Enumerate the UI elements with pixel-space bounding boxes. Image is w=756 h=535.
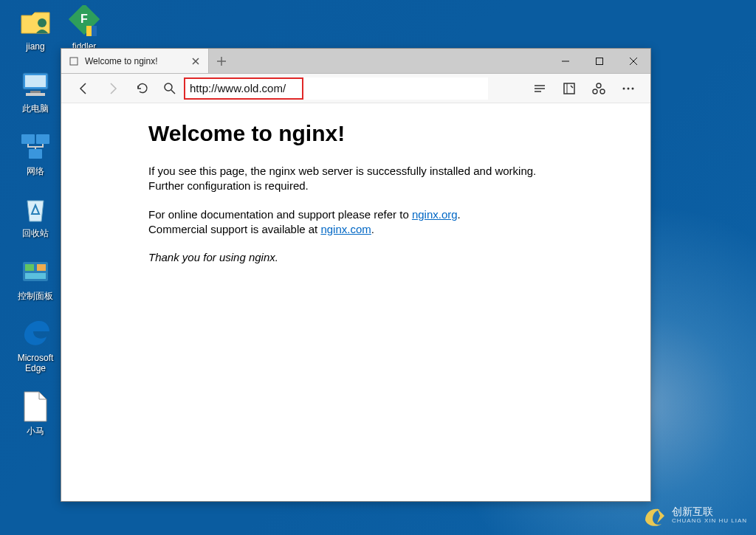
edge-browser-window: Welcome to nginx!	[61, 48, 651, 502]
desktop-icon-network[interactable]: 网络	[6, 129, 65, 176]
address-bar-extension[interactable]	[303, 77, 488, 100]
svg-point-23	[632, 87, 634, 89]
address-bar[interactable]	[190, 82, 298, 94]
svg-rect-5	[21, 134, 35, 144]
browser-tab[interactable]: Welcome to nginx!	[61, 49, 209, 73]
watermark-subtext: CHUANG XIN HU LIAN	[672, 517, 747, 524]
page-paragraph-2: For online documentation and support ple…	[148, 207, 563, 238]
desktop-icon-fiddler[interactable]: F fiddler	[66, 4, 102, 52]
nginx-com-link[interactable]: nginx.com	[320, 223, 371, 235]
desktop-icon-control-panel[interactable]: 控制面板	[6, 254, 65, 301]
svg-point-21	[623, 87, 625, 89]
desktop-icon-user-folder[interactable]: jiang	[6, 4, 65, 52]
svg-rect-9	[25, 264, 34, 271]
desktop-icon-label: 回收站	[22, 228, 49, 238]
watermark-text: 创新互联	[672, 506, 747, 517]
search-icon[interactable]	[157, 76, 182, 101]
recycle-bin-icon	[18, 191, 53, 227]
svg-rect-6	[36, 134, 49, 144]
user-folder-icon	[18, 4, 53, 40]
desktop-icon-this-pc[interactable]: 此电脑	[6, 66, 65, 114]
desktop-icon-label: Microsoft Edge	[7, 353, 63, 374]
desktop-icon-label: 控制面板	[18, 291, 53, 301]
back-button[interactable]	[69, 76, 98, 101]
notes-icon[interactable]	[554, 76, 584, 101]
browser-toolbar	[61, 74, 650, 103]
fiddler-app-icon: F	[66, 4, 102, 40]
page-paragraph-1: If you see this page, the nginx web serv…	[148, 164, 563, 194]
svg-rect-15	[597, 58, 603, 64]
maximize-button[interactable]	[583, 49, 616, 73]
svg-text:F: F	[80, 13, 88, 25]
svg-point-18	[597, 83, 601, 88]
page-content: Welcome to nginx! If you see this page, …	[61, 103, 650, 501]
desktop-icon-label: 网络	[27, 166, 44, 176]
forward-button[interactable]	[98, 76, 128, 101]
refresh-button[interactable]	[128, 76, 157, 101]
desktop-icon-edge[interactable]: Microsoft Edge	[6, 316, 65, 374]
svg-point-20	[600, 89, 605, 94]
desktop-icons-column: jiang 此电脑 网络 回收站 控制面板 Microsoft Edge 小	[6, 4, 65, 436]
tab-title: Welcome to nginx!	[85, 56, 185, 66]
desktop-icon-label: 小马	[27, 426, 44, 436]
more-icon[interactable]	[614, 76, 643, 101]
watermark: 创新互联 CHUANG XIN HU LIAN	[642, 503, 747, 528]
nginx-org-link[interactable]: nginx.org	[412, 208, 458, 221]
tab-bar: Welcome to nginx!	[61, 49, 650, 74]
reading-view-icon[interactable]	[525, 76, 554, 101]
edge-icon	[18, 316, 53, 351]
svg-rect-7	[29, 149, 42, 159]
page-thanks: Thank you for using nginx.	[148, 250, 563, 265]
file-icon	[18, 389, 53, 424]
svg-rect-14	[70, 58, 78, 65]
desktop-icon-xiaoma[interactable]: 小马	[6, 389, 65, 436]
network-icon	[18, 129, 53, 165]
svg-rect-10	[37, 264, 46, 271]
svg-rect-2	[25, 75, 46, 87]
svg-rect-3	[30, 91, 41, 93]
close-tab-icon[interactable]	[190, 56, 201, 66]
svg-point-22	[628, 87, 630, 89]
computer-icon	[18, 66, 53, 102]
new-tab-button[interactable]	[209, 49, 234, 73]
svg-rect-17	[564, 83, 574, 94]
minimize-button[interactable]	[549, 49, 583, 73]
page-icon	[69, 56, 79, 66]
svg-point-16	[165, 83, 172, 91]
watermark-logo-icon	[642, 503, 667, 528]
svg-point-0	[38, 18, 47, 27]
share-icon[interactable]	[584, 76, 614, 101]
desktop-icon-label: 此电脑	[22, 103, 49, 114]
address-bar-highlight	[184, 77, 303, 100]
svg-rect-11	[25, 273, 46, 279]
control-panel-icon	[18, 254, 53, 289]
svg-rect-4	[26, 93, 45, 96]
page-heading: Welcome to nginx!	[148, 121, 563, 146]
desktop-icon-label: jiang	[26, 41, 44, 52]
close-window-button[interactable]	[616, 49, 650, 73]
desktop-icon-recycle-bin[interactable]: 回收站	[6, 191, 65, 238]
window-controls	[549, 49, 650, 73]
svg-point-19	[593, 89, 597, 94]
